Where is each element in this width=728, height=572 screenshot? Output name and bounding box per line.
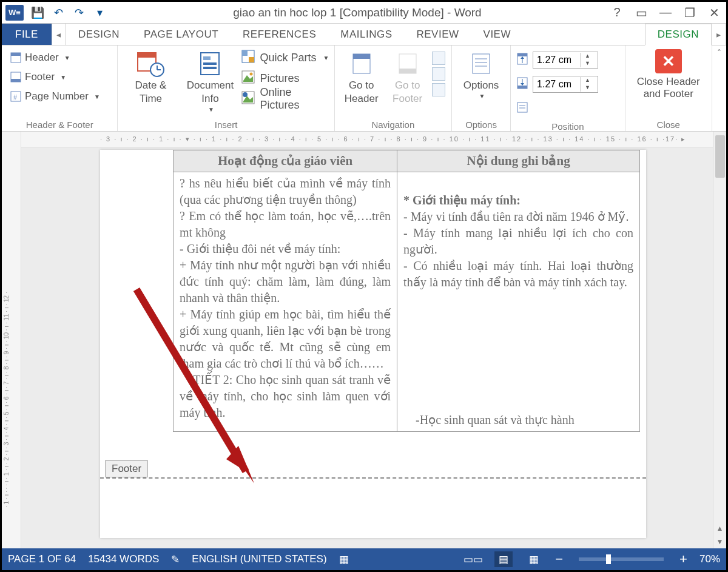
tab-file[interactable]: FILE [2,24,52,45]
tab-nav-prev[interactable]: ◂ [52,24,66,45]
goto-header-button[interactable]: Go to Header [340,48,383,118]
footer-icon [10,72,21,82]
date-time-button[interactable]: Date & Time [123,48,178,118]
zoom-slider[interactable] [579,557,664,561]
help-button[interactable]: ? [605,3,629,22]
footer-from-bottom-value[interactable] [533,78,581,91]
restore-button[interactable]: ❐ [678,3,702,22]
pictures-button[interactable]: Pictures [241,69,329,88]
doc-info-label-a: Document [187,79,234,92]
group-label-close: Close [630,118,707,131]
table-cell-left[interactable]: ? hs nêu hiểu biết của mình về máy tính … [174,172,397,432]
nav-link-buttons [432,48,445,118]
vertical-scrollbar[interactable]: ▲ ▼ [713,132,726,548]
svg-point-23 [243,92,248,97]
tab-nav-next[interactable]: ▸ [712,24,726,45]
spin-up-icon[interactable]: ▲ [581,77,594,84]
dropdown-icon: ▼ [60,74,66,81]
macro-icon[interactable]: ▦ [339,553,349,566]
proofing-icon[interactable]: ✎ [171,553,180,566]
web-layout-button[interactable]: ▦ [525,551,543,567]
read-mode-button[interactable]: ▭▭ [464,551,482,567]
doc-info-label-b: Info [201,93,218,105]
qat-redo[interactable]: ↷ [69,3,89,22]
status-language[interactable]: ENGLISH (UNITED STATES) [192,553,326,565]
zoom-level[interactable]: 70% [699,553,720,565]
ribbon-tabs: FILE ◂ DESIGN PAGE LAYOUT REFERENCES MAI… [2,24,726,45]
previous-section-button[interactable] [432,52,445,65]
header-from-top-icon [516,52,529,68]
group-header-footer: Header▼ Footer▼ # Page Number▼ Header & … [2,45,118,131]
document-info-button[interactable]: Document Info ▼ [182,48,238,118]
svg-rect-17 [249,57,254,62]
scroll-up-icon[interactable]: ▲ [716,522,724,535]
tab-references[interactable]: REFERENCES [231,24,328,45]
group-label-hf: Header & Footer [7,118,112,131]
tab-view[interactable]: VIEW [471,24,523,45]
goto-header-label-b: Header [345,93,379,105]
header-button[interactable]: Header▼ [7,48,112,67]
status-words[interactable]: 15434 WORDS [88,553,159,565]
next-section-button[interactable] [432,67,445,81]
tab-design-main[interactable]: DESIGN [66,24,132,45]
document-info-icon [195,49,224,78]
qat-save[interactable]: 💾 [27,3,48,22]
status-page[interactable]: PAGE 1 OF 64 [8,553,76,565]
zoom-out-button[interactable]: − [555,551,563,567]
footer-from-bottom-icon [516,76,529,92]
group-navigation: Go to Header Go to Footer Navigation [335,45,452,131]
redo-icon: ↷ [75,6,84,19]
options-button[interactable]: Options ▼ [457,48,505,99]
svg-rect-37 [517,86,527,89]
document-area[interactable]: · 3 · ı · 2 · ı · 1 · ı · ▾ · ı · 1 · ı … [21,132,713,548]
close-header-footer-button[interactable]: ✕ Close Header and Footer [630,48,707,100]
tab-header-footer-design[interactable]: DESIGN [645,24,712,45]
footer-boundary-line [100,477,646,479]
dropdown-icon: ▼ [208,106,214,113]
spin-up-icon[interactable]: ▲ [581,53,594,60]
qat-customize[interactable]: ▾ [89,3,110,22]
header-from-top-input[interactable]: ▲▼ [533,52,598,69]
options-label: Options [463,79,499,92]
svg-rect-33 [517,53,527,56]
zoom-slider-thumb[interactable] [606,554,611,564]
spin-down-icon[interactable]: ▼ [581,84,594,92]
link-to-previous-button[interactable] [432,83,445,96]
minimize-button[interactable]: — [653,3,678,22]
footer-region-tab[interactable]: Footer [105,460,148,477]
svg-rect-7 [138,53,156,58]
zoom-in-button[interactable]: + [679,551,687,567]
tab-mailings[interactable]: MAILINGS [328,24,404,45]
goto-header-label-a: Go to [349,79,374,92]
svg-rect-40 [517,103,527,112]
footer-button[interactable]: Footer▼ [7,67,112,87]
save-icon: 💾 [31,6,44,19]
window-title: giao an tin hoc lop 1 [Compatibility Mod… [110,6,605,19]
close-window-button[interactable]: ✕ [702,3,726,22]
scrollbar-thumb[interactable] [715,135,725,178]
footer-from-bottom-input[interactable]: ▲▼ [533,76,598,93]
print-layout-button[interactable]: ▤ [494,551,513,567]
page-number-button[interactable]: # Page Number▼ [7,87,112,106]
spin-down-icon[interactable]: ▼ [581,60,594,67]
horizontal-ruler[interactable]: · 3 · ı · 2 · ı · 1 · ı · ▾ · ı · 1 · ı … [21,132,713,147]
page[interactable]: Hoạt động của giáo viên Nội dung ghi bản… [100,150,646,538]
tab-review[interactable]: REVIEW [405,24,471,45]
tab-page-layout[interactable]: PAGE LAYOUT [132,24,231,45]
svg-rect-3 [11,79,21,82]
ribbon: Header▼ Footer▼ # Page Number▼ Header & … [2,45,726,132]
group-options: Options ▼ Options [452,45,511,131]
goto-footer-button: Go to Footer [386,48,430,118]
table-cell-right[interactable]: * Giới thiệu máy tính: - Máy vi tính đầu… [397,172,640,432]
ribbon-display-options[interactable]: ▭ [629,3,653,22]
collapse-ribbon-button[interactable]: ˄ [712,45,726,131]
vertical-ruler[interactable]: · 1 · ı · · · ı · 1 · ı · 2 · ı · 3 · ı … [2,132,21,548]
scroll-down-icon[interactable]: ▼ [716,535,724,548]
online-pictures-button[interactable]: Online Pictures [241,89,329,109]
online-pictures-label: Online Pictures [260,86,329,112]
header-from-top-value[interactable] [533,53,581,67]
qat-undo[interactable]: ↶ [48,3,69,22]
insert-alignment-tab-icon[interactable] [516,101,529,116]
quick-parts-label: Quick Parts [260,52,316,64]
quick-parts-button[interactable]: Quick Parts▼ [241,48,329,67]
